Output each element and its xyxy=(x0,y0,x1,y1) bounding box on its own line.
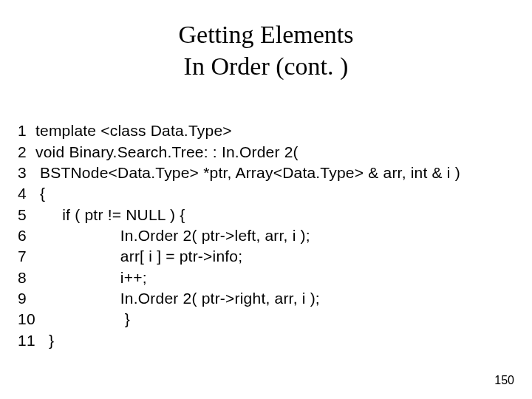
code-line: 9 In.Order 2( ptr->right, arr, i ); xyxy=(18,290,320,307)
title-line-2: In Order (cont. ) xyxy=(184,52,349,80)
code-block: 1 template <class Data.Type> 2 void Bina… xyxy=(18,100,514,372)
code-line: 6 In.Order 2( ptr->left, arr, i ); xyxy=(18,227,310,244)
code-line: 8 i++; xyxy=(18,269,147,286)
page-number: 150 xyxy=(494,374,514,387)
code-line: 1 template <class Data.Type> xyxy=(18,122,232,139)
code-line: 3 BSTNode<Data.Type> *ptr, Array<Data.Ty… xyxy=(18,164,460,181)
page-title: Getting Elements In Order (cont. ) xyxy=(18,19,514,82)
code-line: 2 void Binary.Search.Tree: : In.Order 2( xyxy=(18,143,299,160)
code-line: 10 } xyxy=(18,310,130,327)
code-line: 5 if ( ptr != NULL ) { xyxy=(18,206,185,223)
code-line: 11 } xyxy=(18,332,54,349)
code-line: 4 { xyxy=(18,185,45,202)
code-line: 7 arr[ i ] = ptr->info; xyxy=(18,248,242,265)
slide: Getting Elements In Order (cont. ) 1 tem… xyxy=(0,0,532,399)
title-line-1: Getting Elements xyxy=(178,21,353,48)
